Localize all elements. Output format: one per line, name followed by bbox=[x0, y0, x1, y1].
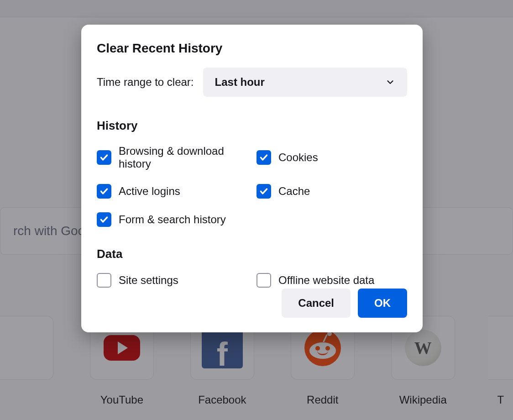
clear-history-dialog: Clear Recent History Time range to clear… bbox=[81, 25, 423, 332]
checkbox-label: Active logins bbox=[119, 185, 180, 198]
chevron-down-icon bbox=[385, 77, 395, 87]
checkbox-input[interactable] bbox=[256, 273, 271, 288]
checkbox-active-logins[interactable]: Active logins bbox=[97, 184, 247, 199]
checkbox-input[interactable] bbox=[97, 273, 111, 288]
checkbox-label: Offline website data bbox=[278, 274, 374, 287]
history-section-title: History bbox=[97, 119, 407, 133]
checkbox-label: Cookies bbox=[278, 151, 318, 164]
checkmark-icon bbox=[99, 215, 109, 224]
time-range-label: Time range to clear: bbox=[97, 76, 194, 89]
data-section-title: Data bbox=[97, 247, 407, 261]
data-checkbox-grid: Site settings Offline website data bbox=[97, 273, 407, 288]
checkbox-input[interactable] bbox=[256, 184, 271, 199]
checkbox-label: Form & search history bbox=[119, 213, 226, 226]
time-range-row: Time range to clear: Last hour bbox=[97, 68, 407, 97]
checkbox-site-settings[interactable]: Site settings bbox=[97, 273, 247, 288]
ok-button[interactable]: OK bbox=[358, 289, 407, 318]
checkbox-browsing-download-history[interactable]: Browsing & download history bbox=[97, 145, 247, 170]
checkbox-offline-website-data[interactable]: Offline website data bbox=[256, 273, 407, 288]
checkbox-label: Site settings bbox=[119, 274, 178, 287]
checkbox-input[interactable] bbox=[97, 150, 111, 165]
checkmark-icon bbox=[259, 187, 268, 196]
dialog-button-row: Cancel OK bbox=[282, 289, 407, 318]
history-checkbox-grid: Browsing & download history Cookies Acti… bbox=[97, 145, 407, 227]
dialog-title: Clear Recent History bbox=[97, 41, 407, 56]
checkbox-input[interactable] bbox=[256, 150, 271, 165]
checkbox-form-search-history[interactable]: Form & search history bbox=[97, 212, 247, 227]
time-range-select[interactable]: Last hour bbox=[203, 68, 407, 97]
time-range-value: Last hour bbox=[215, 76, 265, 89]
checkbox-input[interactable] bbox=[97, 184, 111, 199]
checkbox-cache[interactable]: Cache bbox=[256, 184, 407, 199]
cancel-button[interactable]: Cancel bbox=[282, 289, 351, 318]
checkmark-icon bbox=[259, 153, 268, 162]
checkmark-icon bbox=[99, 153, 109, 162]
checkbox-cookies[interactable]: Cookies bbox=[256, 145, 407, 170]
checkbox-label: Browsing & download history bbox=[119, 145, 247, 170]
checkbox-input[interactable] bbox=[97, 212, 111, 227]
checkbox-label: Cache bbox=[278, 185, 310, 198]
checkmark-icon bbox=[99, 187, 109, 196]
